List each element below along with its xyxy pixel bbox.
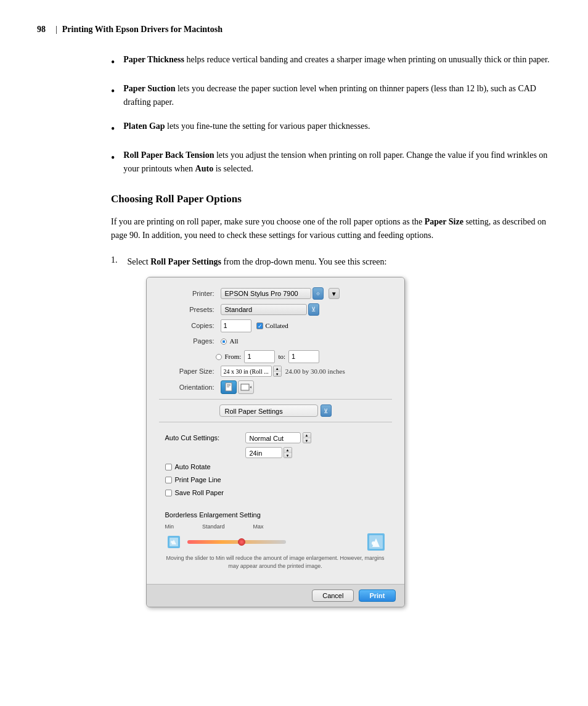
- svg-rect-2: [227, 385, 231, 386]
- auto-cut-select[interactable]: Normal Cut: [245, 432, 301, 443]
- bullet-dot: •: [111, 83, 115, 100]
- pages-from-input[interactable]: 1: [244, 350, 275, 363]
- term-auto: Auto: [195, 164, 214, 173]
- dialog-divider-2: [159, 422, 392, 422]
- printer-field: EPSON Stylus Pro 7900 ⟐ ▼: [221, 287, 340, 300]
- list-number: 1.: [111, 255, 118, 265]
- auto-cut-up[interactable]: ▲: [303, 433, 311, 438]
- dialog-inner: Printer: EPSON Stylus Pro 7900 ⟐ ▼: [147, 277, 404, 583]
- collated-label: Collated: [266, 321, 288, 331]
- print-page-line-label: Print Page Line: [175, 475, 221, 485]
- page-header: 98 | Printing With Epson Drivers for Mac…: [37, 25, 551, 35]
- portrait-icon: [224, 382, 233, 392]
- list-item: • Paper Thickness helps reduce vertical …: [111, 53, 551, 71]
- collated-checkbox[interactable]: ✓: [256, 322, 263, 329]
- print-button[interactable]: Print: [359, 589, 395, 602]
- header-separator: |: [55, 25, 57, 35]
- auto-rotate-checkbox[interactable]: [165, 464, 172, 470]
- paper-size-down[interactable]: ▼: [274, 372, 281, 377]
- dropdown-section: Roll Paper Settings ⊻: [159, 404, 392, 417]
- presets-select[interactable]: Standard: [221, 304, 307, 315]
- width-select-group: 24in ▲ ▼: [245, 447, 292, 458]
- cancel-button[interactable]: Cancel: [312, 589, 354, 602]
- svg-point-11: [372, 541, 375, 545]
- dropdown-center: Roll Paper Settings ⊻: [219, 404, 332, 417]
- auto-cut-stepper[interactable]: ▲ ▼: [303, 432, 311, 443]
- width-up[interactable]: ▲: [284, 448, 292, 453]
- paper-size-select[interactable]: 24 x 30 in (Roll ...: [221, 366, 272, 377]
- printer-label: Printer:: [159, 289, 214, 299]
- dialog-divider-1: [159, 399, 392, 400]
- dialog-printer-row: Printer: EPSON Stylus Pro 7900 ⟐ ▼: [159, 287, 392, 300]
- save-roll-paper-row: Save Roll Paper: [165, 488, 386, 498]
- printer-config-btn[interactable]: ▼: [329, 288, 340, 299]
- pages-to-label: to:: [278, 351, 285, 362]
- bullet-text-1: Paper Thickness helps reduce vertical ba…: [123, 53, 549, 67]
- content-area: • Paper Thickness helps reduce vertical …: [111, 53, 551, 607]
- orientation-buttons: [221, 380, 254, 394]
- numbered-list: 1. Select Roll Paper Settings from the d…: [111, 255, 551, 607]
- pages-from-label: From:: [225, 351, 242, 362]
- section-arrow[interactable]: ⊻: [321, 404, 332, 417]
- borderless-section: Borderless Enlargement Setting Min Stand…: [159, 506, 392, 574]
- term-paper-suction: Paper Suction: [123, 84, 175, 93]
- svg-rect-3: [227, 387, 229, 387]
- collated-group: ✓ Collated: [256, 321, 288, 331]
- portrait-btn[interactable]: [221, 380, 237, 394]
- list-item: • Platen Gap lets you fine-tune the sett…: [111, 120, 551, 138]
- copies-input[interactable]: 1: [221, 319, 251, 332]
- orientation-label: Orientation:: [159, 382, 214, 393]
- printer-stepper[interactable]: ⟐: [312, 287, 324, 300]
- bullet-list: • Paper Thickness helps reduce vertical …: [111, 53, 551, 176]
- save-roll-paper-checkbox[interactable]: [165, 490, 172, 496]
- pages-to-input[interactable]: 1: [288, 350, 319, 363]
- printer-select[interactable]: EPSON Stylus Pro 7900: [221, 288, 311, 299]
- slider-right-icon: [366, 532, 386, 552]
- pages-all-label: All: [230, 336, 239, 347]
- landscape-btn[interactable]: [238, 380, 254, 394]
- landscape-icon: [240, 383, 251, 392]
- slider-track[interactable]: [187, 540, 286, 544]
- slider-thumb[interactable]: [238, 538, 245, 546]
- width-spacer: [165, 447, 245, 458]
- auto-cut-down[interactable]: ▼: [303, 438, 311, 443]
- width-row: 24in ▲ ▼: [165, 447, 386, 458]
- pages-all-group: All: [221, 336, 239, 347]
- slider-labels: Min Standard Max: [165, 523, 264, 532]
- width-down[interactable]: ▼: [284, 453, 292, 458]
- slider-area[interactable]: [187, 540, 361, 544]
- width-stepper[interactable]: ▲ ▼: [284, 447, 292, 458]
- dialog-pages-all-row: Pages: All: [159, 336, 392, 347]
- paper-size-stepper[interactable]: ▲ ▼: [273, 366, 282, 377]
- print-page-line-checkbox[interactable]: [165, 477, 172, 483]
- presets-select-group: Standard ⊻: [221, 303, 319, 316]
- copies-label: Copies:: [159, 321, 214, 331]
- pages-from-radio[interactable]: [216, 354, 222, 360]
- pages-all-radio[interactable]: [221, 339, 227, 345]
- paper-size-up[interactable]: ▲: [274, 366, 281, 372]
- print-page-line-row: Print Page Line: [165, 475, 386, 485]
- slider-max-label: Max: [253, 523, 263, 532]
- roll-paper-settings-term: Roll Paper Settings: [150, 257, 221, 266]
- section-select[interactable]: Roll Paper Settings: [219, 404, 318, 417]
- numbered-list-item-1: 1. Select Roll Paper Settings from the d…: [111, 255, 551, 607]
- bullet-text-4: Roll Paper Back Tension lets you adjust …: [123, 149, 551, 175]
- section-intro: If you are printing on roll paper, make …: [111, 215, 551, 243]
- printer-select-group: EPSON Stylus Pro 7900 ⟐: [221, 287, 324, 300]
- save-roll-paper-label: Save Roll Paper: [175, 488, 224, 498]
- dialog-screenshot: Printer: EPSON Stylus Pro 7900 ⟐ ▼: [146, 277, 405, 607]
- slider-min-label: Min: [165, 523, 174, 532]
- width-select[interactable]: 24in: [245, 447, 282, 458]
- svg-rect-4: [241, 384, 249, 390]
- list-item: • Roll Paper Back Tension lets you adjus…: [111, 149, 551, 175]
- dialog-paper-size-row: Paper Size: 24 x 30 in (Roll ... ▲ ▼ 24.…: [159, 366, 392, 377]
- page: 98 | Printing With Epson Drivers for Mac…: [0, 0, 588, 706]
- slider-note: Moving the slider to Min will reduce the…: [165, 554, 386, 570]
- term-roll-paper: Roll Paper Back Tension: [123, 150, 214, 160]
- term-platen-gap: Platen Gap: [123, 121, 165, 131]
- paper-size-field: 24 x 30 in (Roll ... ▲ ▼ 24.00 by 30.00 …: [221, 366, 345, 377]
- dialog-pages-from-row: From: 1 to: 1: [216, 350, 392, 363]
- presets-arrow[interactable]: ⊻: [308, 303, 319, 316]
- bullet-dot: •: [111, 121, 115, 138]
- svg-point-8: [171, 541, 173, 543]
